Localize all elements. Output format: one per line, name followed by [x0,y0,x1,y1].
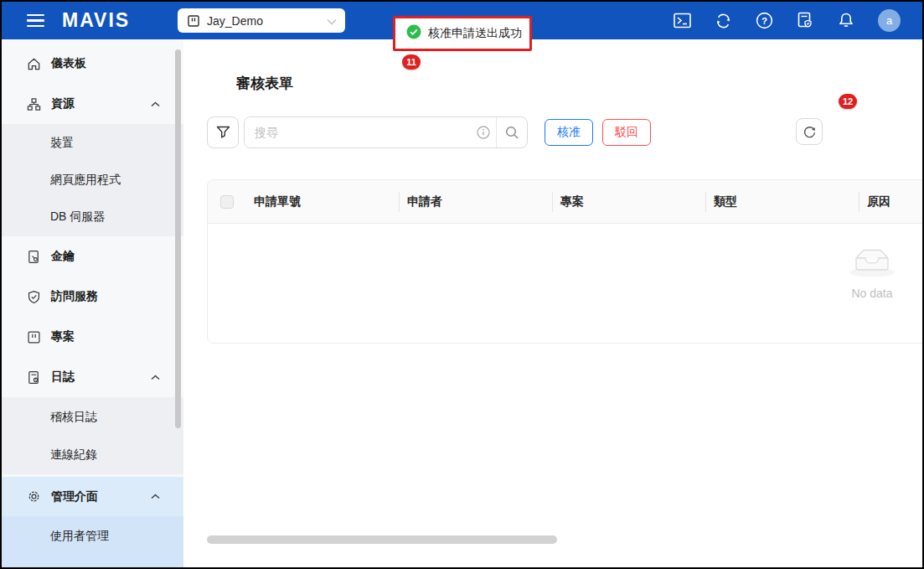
sidebar-item-label: 訪問服務 [51,289,98,304]
sidebar-item-label: 日誌 [51,370,75,385]
column-header-request-id: 申請單號 [245,194,399,209]
chevron-down-icon [327,13,337,28]
empty-state-text: No data [851,287,892,300]
sidebar-item-label: 專案 [51,329,75,344]
home-icon [27,57,41,71]
user-avatar[interactable]: a [878,9,901,32]
svg-text:?: ? [761,16,767,26]
table-header-checkbox-cell [208,195,245,209]
info-icon[interactable] [471,126,496,139]
project-selector-value: Jay_Demo [207,14,320,28]
project-icon [186,13,200,28]
notification-bell-icon[interactable] [837,12,855,30]
sidebar-item-label: 金鑰 [51,249,75,264]
success-toast: 核准申請送出成功 [395,18,529,49]
topbar-icon-group: ? a [673,2,901,39]
app-window: MAVIS Jay_Demo ? [0,0,924,569]
review-table: 申請單號 申請者 專案 類型 原因 No data [207,179,922,344]
chevron-up-icon [151,101,160,107]
refresh-button[interactable] [796,118,823,145]
sidebar-item-resources[interactable]: 資源 [2,84,183,124]
sidebar-item-label: 儀表板 [51,56,86,71]
approve-button[interactable]: 核准 [545,119,593,146]
sync-icon[interactable] [714,12,732,30]
empty-box-icon [845,244,899,282]
sidebar-item-logs[interactable]: 日誌 [2,357,183,397]
sidebar-item-label: 資源 [51,96,75,111]
column-header-type: 類型 [705,194,859,209]
select-all-checkbox[interactable] [220,195,234,209]
step-badge-11: 11 [402,54,421,70]
terminal-icon[interactable] [673,12,691,30]
search-input[interactable] [245,117,471,147]
sidebar-item-admin-interface[interactable]: 管理介面 [2,477,183,516]
sidebar-subitem-audit-logs[interactable]: 稽核日誌 [2,398,183,436]
sidebar-subitem-connection-records[interactable]: 連線紀錄 [2,436,183,473]
sidebar-submenu-admin: 使用者管理 [2,516,183,567]
search-icon[interactable] [497,117,527,147]
table-body: No data [208,224,922,344]
key-file-icon [27,250,41,264]
search-box [244,116,528,148]
column-header-project: 專案 [552,194,705,209]
cluster-icon [27,97,41,111]
reject-button[interactable]: 駁回 [602,119,651,146]
annotation-box-toast: 核准申請送出成功 [393,16,532,51]
sidebar-item-access-services[interactable]: 訪問服務 [2,277,183,317]
log-file-icon [27,370,41,385]
chevron-up-icon [151,494,160,499]
table-header-row: 申請單號 申請者 專案 類型 原因 [208,180,922,224]
sidebar-subitem-user-management[interactable]: 使用者管理 [2,517,183,556]
page-title: 審核表單 [236,74,293,93]
filter-button[interactable] [207,116,239,148]
sidebar-section-admin: 管理介面 使用者管理 [2,477,183,567]
chevron-up-icon [151,375,160,380]
sidebar-item-keys[interactable]: 金鑰 [2,236,183,277]
horizontal-scrollbar-thumb[interactable] [207,535,557,544]
shield-check-icon [27,290,41,304]
step-badge-12: 12 [839,94,857,109]
column-header-reason: 原因 [859,194,922,209]
empty-state: No data [822,244,922,300]
sidebar-nav: 儀表板 資源 裝置 網頁應用程式 DB 伺服器 金鑰 訪 [2,39,183,567]
help-icon[interactable]: ? [755,12,773,30]
funnel-icon [216,126,230,139]
audit-doc-icon[interactable] [796,12,814,30]
sidebar-submenu-logs: 稽核日誌 連線紀錄 [2,397,183,474]
sidebar-subitem-devices[interactable]: 裝置 [2,125,183,162]
project-selector-dropdown[interactable]: Jay_Demo [178,8,345,33]
mavis-logo: MAVIS [62,9,130,32]
sidebar-submenu-resources: 裝置 網頁應用程式 DB 伺服器 [2,124,183,236]
success-check-icon [406,24,421,43]
sidebar-subitem-web-apps[interactable]: 網頁應用程式 [2,162,183,199]
toast-message: 核准申請送出成功 [428,26,522,41]
sidebar-item-dashboard[interactable]: 儀表板 [2,44,183,84]
sidebar-item-projects[interactable]: 專案 [2,317,183,357]
project-icon [27,330,41,344]
refresh-icon [803,125,817,139]
sidebar-item-label: 管理介面 [51,489,98,504]
gear-icon [27,489,41,504]
sidebar-scrollbar-thumb[interactable] [175,49,181,428]
column-header-requester: 申請者 [399,194,552,209]
sidebar-subitem-db-servers[interactable]: DB 伺服器 [2,199,183,235]
hamburger-menu-icon[interactable] [27,12,44,29]
main-content: 審核表單 核准 駁回 歷程 [183,39,922,567]
